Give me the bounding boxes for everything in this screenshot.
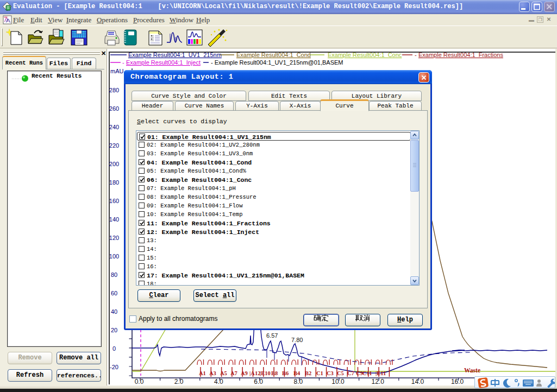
- svg-text:B2: B2: [305, 370, 311, 376]
- svg-text:240: 240: [109, 124, 119, 130]
- svg-text:B4: B4: [293, 370, 301, 376]
- svg-text:-: -: [122, 59, 124, 66]
- svg-text:7.80: 7.80: [291, 337, 303, 343]
- svg-text:8.0: 8.0: [293, 378, 303, 385]
- svg-text:C9: C9: [356, 370, 363, 376]
- svg-text:Waste: Waste: [464, 367, 480, 374]
- svg-text:60: 60: [111, 290, 117, 296]
- svg-text:|A12: |A12: [249, 370, 260, 376]
- svg-text:220: 220: [109, 142, 119, 149]
- svg-text:200: 200: [109, 161, 119, 167]
- svg-text:A1: A1: [199, 370, 206, 376]
- svg-text:|E10: |E10: [260, 370, 271, 376]
- svg-text:14.0: 14.0: [411, 378, 424, 385]
- svg-text:C11: C11: [362, 370, 372, 376]
- svg-text:A5: A5: [220, 370, 227, 376]
- svg-text:-20: -20: [110, 364, 118, 370]
- svg-text:C1: C1: [316, 370, 323, 376]
- svg-text:180: 180: [109, 179, 119, 186]
- svg-text:2.0: 2.0: [174, 378, 184, 385]
- svg-text:260: 260: [109, 105, 119, 112]
- svg-text:Example Result004:1 Cond: Example Result004:1 Cond: [236, 52, 311, 58]
- svg-text:280: 280: [109, 87, 119, 93]
- svg-text:160: 160: [109, 198, 119, 204]
- svg-text:4.0: 4.0: [214, 378, 223, 385]
- svg-text:12.0: 12.0: [372, 378, 385, 385]
- svg-text:A9: A9: [241, 370, 248, 376]
- svg-text:B6: B6: [282, 370, 289, 376]
- svg-text:mAU: mAU: [110, 68, 124, 74]
- svg-text:A7: A7: [230, 370, 237, 376]
- svg-text:100: 100: [109, 253, 119, 260]
- svg-text:Example Result004:1 Conc: Example Result004:1 Conc: [328, 52, 402, 58]
- svg-text:|E11: |E11: [375, 370, 386, 376]
- svg-text:6.0: 6.0: [254, 378, 263, 385]
- svg-text:0.0: 0.0: [135, 378, 144, 385]
- svg-text:Example Result004:1 Inject: Example Result004:1 Inject: [126, 59, 201, 66]
- svg-text:40: 40: [111, 308, 117, 315]
- svg-text:Example Result004:1 UV1 215n: Example Result004:1 UV1 215nm: [128, 52, 222, 58]
- svg-text:6.57: 6.57: [266, 332, 278, 339]
- svg-text:C5: C5: [337, 370, 344, 376]
- svg-text:A3: A3: [209, 370, 216, 376]
- svg-text:Example Result004:1 Fractions: Example Result004:1 Fractions: [418, 52, 503, 58]
- svg-text:- Example Result004:1_UV1_215n: - Example Result004:1_UV1_215nm@01,BASEM: [211, 59, 343, 66]
- svg-text:16.0: 16.0: [451, 378, 464, 385]
- svg-text:0: 0: [112, 345, 116, 352]
- svg-text:C7: C7: [347, 370, 354, 376]
- svg-text:10.0: 10.0: [331, 378, 345, 385]
- svg-text:80: 80: [111, 271, 117, 278]
- svg-text:140: 140: [109, 216, 119, 223]
- svg-text:C3: C3: [327, 370, 334, 376]
- svg-text:B8: B8: [271, 370, 278, 376]
- svg-text:120: 120: [109, 235, 119, 241]
- svg-text:20: 20: [111, 327, 117, 333]
- svg-text:-: -: [415, 52, 417, 58]
